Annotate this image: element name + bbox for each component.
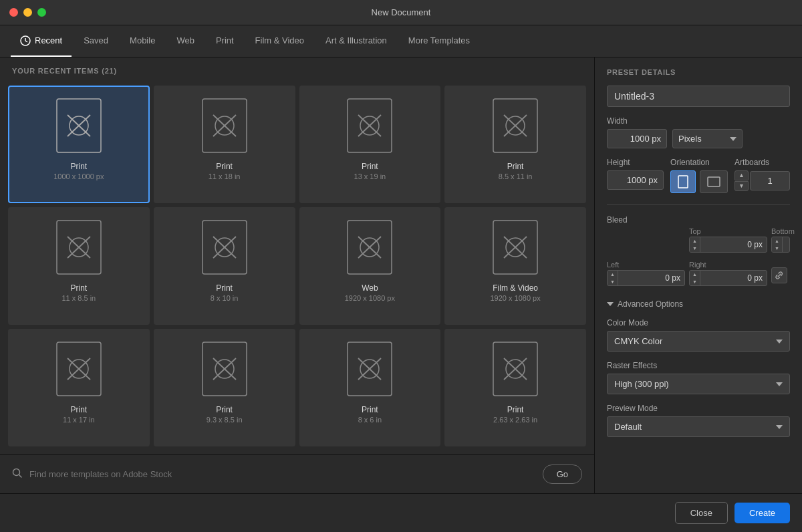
- doc-icon-1: [54, 96, 104, 155]
- tab-bar: Recent Saved Mobile Web Print Film & Vid…: [0, 25, 802, 57]
- doc-icon-5: [54, 218, 104, 277]
- window-title: New Document: [372, 7, 431, 17]
- artboards-up-btn[interactable]: ▲: [734, 170, 749, 180]
- item-1-sublabel: 1000 x 1000 px: [53, 172, 104, 180]
- preview-mode-label: Preview Mode: [607, 404, 790, 413]
- tab-saved[interactable]: Saved: [74, 25, 118, 57]
- grid-item-6[interactable]: Print 8 x 10 in: [154, 207, 295, 325]
- artboards-down-btn[interactable]: ▼: [734, 181, 749, 191]
- portrait-button[interactable]: [670, 170, 696, 193]
- item-7-label: Web: [362, 283, 378, 293]
- items-grid: Print 1000 x 1000 px Print 11 x 18 in: [0, 82, 594, 454]
- portrait-icon: [678, 175, 688, 188]
- bleed-bottom-input[interactable]: [783, 237, 790, 252]
- link-icon[interactable]: [771, 267, 787, 283]
- height-input[interactable]: [607, 170, 664, 190]
- left-panel: YOUR RECENT ITEMS (21) Print 1000 x 1000…: [0, 57, 595, 493]
- doc-icon-4: [491, 96, 540, 155]
- item-9-label: Print: [71, 405, 88, 414]
- height-orientation-row: Height Orientation: [607, 158, 790, 193]
- bleed-top-wrap: Top ▲ ▼: [689, 227, 767, 253]
- doc-icon-3: [345, 96, 394, 155]
- bleed-left-wrap: Left ▲ ▼: [607, 261, 685, 286]
- minimize-window-btn[interactable]: [23, 8, 32, 17]
- artboards-input[interactable]: [750, 171, 790, 190]
- bleed-left-right: Left ▲ ▼ Right ▲: [607, 261, 790, 290]
- item-8-sublabel: 1920 x 1080 px: [491, 294, 541, 302]
- bleed-section: Bleed Top ▲ ▼ B: [607, 215, 790, 290]
- search-icon: [12, 468, 23, 481]
- advanced-label: Advanced Options: [618, 299, 683, 309]
- width-input[interactable]: [607, 129, 667, 148]
- grid-item-3[interactable]: Print 13 x 19 in: [299, 86, 441, 203]
- bleed-left-input[interactable]: [618, 271, 684, 285]
- landscape-button[interactable]: [700, 170, 728, 193]
- width-label: Width: [607, 116, 790, 126]
- svg-rect-54: [708, 177, 720, 186]
- item-2-sublabel: 11 x 18 in: [209, 172, 241, 180]
- grid-item-2[interactable]: Print 11 x 18 in: [154, 86, 295, 203]
- bleed-top-up[interactable]: ▲: [690, 237, 700, 245]
- tab-mobile[interactable]: Mobile: [120, 25, 164, 57]
- item-10-label: Print: [216, 405, 233, 414]
- width-section: Width Pixels Inches Millimeters Centimet…: [607, 116, 790, 148]
- svg-line-2: [25, 41, 27, 42]
- tab-art-illustration[interactable]: Art & Illustration: [316, 25, 396, 57]
- tab-recent[interactable]: Recent: [11, 25, 72, 57]
- width-row: Pixels Inches Millimeters Centimeters Po…: [607, 129, 790, 148]
- bleed-left-down[interactable]: ▼: [608, 278, 618, 285]
- go-button[interactable]: Go: [543, 464, 582, 484]
- tab-web[interactable]: Web: [167, 25, 204, 57]
- bleed-top-input[interactable]: [700, 237, 767, 252]
- item-3-sublabel: 13 x 19 in: [354, 172, 386, 180]
- bleed-left-up[interactable]: ▲: [608, 271, 618, 278]
- artboards-section: Artboards ▲ ▼: [734, 158, 790, 191]
- item-4-sublabel: 8.5 x 11 in: [499, 172, 533, 180]
- advanced-options-toggle[interactable]: Advanced Options: [607, 299, 790, 309]
- grid-item-10[interactable]: Print 9.3 x 8.5 in: [154, 329, 295, 446]
- preview-mode-section: Preview Mode Default Pixel Overprint: [607, 404, 790, 437]
- bleed-top-stepper: ▲ ▼: [690, 237, 700, 252]
- bleed-bottom-up[interactable]: ▲: [772, 237, 782, 245]
- height-label: Height: [607, 158, 664, 167]
- item-5-sublabel: 11 x 8.5 in: [61, 294, 96, 302]
- main-area: YOUR RECENT ITEMS (21) Print 1000 x 1000…: [0, 57, 802, 493]
- raster-effects-label: Raster Effects: [607, 361, 790, 370]
- bleed-right-down[interactable]: ▼: [690, 278, 700, 285]
- bleed-right-input[interactable]: [700, 271, 767, 285]
- search-input[interactable]: [29, 469, 536, 479]
- bleed-bottom-down[interactable]: ▼: [772, 245, 782, 252]
- clock-icon: [20, 35, 31, 46]
- color-mode-select[interactable]: CMYK Color RGB Color: [607, 331, 790, 352]
- width-unit-select[interactable]: Pixels Inches Millimeters Centimeters Po…: [672, 129, 743, 148]
- raster-effects-select[interactable]: High (300 ppi) Medium (150 ppi) Low (72 …: [607, 374, 790, 394]
- grid-item-11[interactable]: Print 8 x 6 in: [299, 329, 441, 446]
- item-9-sublabel: 11 x 17 in: [63, 416, 95, 424]
- grid-item-4[interactable]: Print 8.5 x 11 in: [444, 86, 586, 203]
- bleed-top-down[interactable]: ▼: [690, 245, 700, 252]
- doc-icon-7: [345, 218, 394, 277]
- bleed-right-up[interactable]: ▲: [690, 271, 700, 278]
- bleed-label: Bleed: [607, 215, 790, 225]
- tab-film-video[interactable]: Film & Video: [246, 25, 313, 57]
- create-button[interactable]: Create: [734, 503, 790, 523]
- tab-print[interactable]: Print: [207, 25, 243, 57]
- bleed-right-stepper: ▲ ▼: [690, 271, 700, 285]
- tab-more-templates[interactable]: More Templates: [399, 25, 479, 57]
- close-button[interactable]: Close: [675, 502, 728, 524]
- grid-item-12[interactable]: Print 2.63 x 2.63 in: [444, 329, 586, 446]
- item-12-sublabel: 2.63 x 2.63 in: [493, 416, 537, 424]
- grid-item-5[interactable]: Print 11 x 8.5 in: [8, 207, 150, 325]
- doc-icon-2: [200, 96, 249, 155]
- grid-item-9[interactable]: Print 11 x 17 in: [8, 329, 150, 446]
- preview-mode-select[interactable]: Default Pixel Overprint: [607, 416, 790, 437]
- grid-item-7[interactable]: Web 1920 x 1080 px: [299, 207, 441, 325]
- maximize-window-btn[interactable]: [37, 8, 46, 17]
- grid-item-8[interactable]: Film & Video 1920 x 1080 px: [444, 207, 586, 325]
- preset-name-input[interactable]: [607, 86, 790, 107]
- close-window-btn[interactable]: [9, 8, 18, 17]
- preset-details-label: PRESET DETAILS: [607, 68, 790, 76]
- bottom-bar: Close Create: [0, 493, 802, 532]
- bleed-left-input-wrap: ▲ ▼: [607, 270, 685, 286]
- grid-item-1[interactable]: Print 1000 x 1000 px: [8, 86, 150, 203]
